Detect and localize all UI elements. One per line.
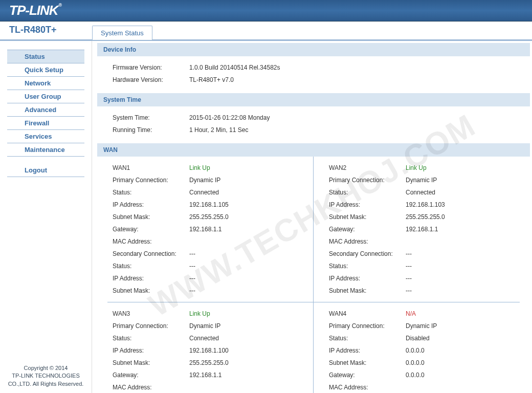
sidebar-item-user-group[interactable]: User Group (7, 90, 84, 103)
wan-label: Gateway: (113, 372, 189, 379)
wan-value: --- (406, 275, 530, 282)
wan-label: Status: (329, 189, 406, 196)
wan-row: Status:--- (314, 260, 530, 272)
sidebar-item-advanced[interactable]: Advanced (7, 103, 84, 117)
row-hardware: Hardware Version: TL-R480T+ v7.0 (97, 74, 530, 86)
sidebar-item-services[interactable]: Services (7, 130, 84, 143)
wan-value: Connected (189, 335, 313, 342)
wan-row: IP Address:0.0.0.0 (314, 344, 530, 357)
wan-label: WAN1 (113, 164, 189, 171)
wan-value: --- (189, 275, 313, 282)
wan-label: MAC Address: (329, 384, 406, 391)
wan-row: IP Address:192.168.1.103 (314, 199, 530, 211)
wan-value: --- (406, 250, 530, 257)
wan-row: Status:Connected (97, 186, 313, 199)
wan-value: 192.168.1.100 (189, 347, 313, 354)
wan-value: 192.168.1.105 (189, 201, 313, 208)
wan-label: Subnet Mask: (113, 287, 189, 294)
wan-row: WAN4N/A (314, 308, 530, 320)
copyright-footer: Copyright © 2014 TP-LINK TECHNOLOGIES CO… (0, 359, 92, 393)
copyright-line1: Copyright © 2014 (3, 364, 88, 372)
wan-label: Subnet Mask: (329, 287, 406, 294)
wan-row: MAC Address: (97, 381, 313, 393)
wan-label: Subnet Mask: (113, 359, 189, 366)
wan-value: --- (406, 287, 530, 294)
wan-label: Gateway: (329, 226, 406, 233)
device-model: TL-R480T+ (0, 21, 92, 39)
wan-label: Status: (329, 263, 406, 270)
wan-value: 0.0.0.0 (406, 372, 530, 379)
label-hardware: Hardware Version: (113, 76, 189, 83)
sidebar: Status Quick Setup Network User Group Ad… (0, 41, 92, 393)
wan-row: Status:Disabled (314, 332, 530, 344)
wan-row: Status:--- (97, 260, 313, 272)
wan-row: Primary Connection:Dynamic IP (97, 320, 313, 332)
wan-row: Status:Connected (314, 186, 530, 199)
wan-row: Secondary Connection:--- (314, 248, 530, 260)
wan-label: Primary Connection: (113, 322, 189, 330)
wan-label: MAC Address: (329, 238, 406, 245)
wan-value: Connected (406, 189, 530, 196)
wan-row: Subnet Mask:--- (97, 285, 313, 297)
wan-row: IP Address:--- (97, 272, 313, 285)
wan-row: Gateway:192.168.1.1 (314, 223, 530, 235)
wan-label: Status: (329, 335, 406, 342)
wan-row: WAN1Link Up (97, 162, 313, 174)
wan-cell-wan3: WAN3Link UpPrimary Connection:Dynamic IP… (97, 302, 314, 393)
row-system-time: System Time: 2015-01-26 01:22:08 Monday (97, 112, 530, 124)
wan-row: Gateway:192.168.1.1 (97, 223, 313, 235)
wan-value (406, 384, 530, 391)
wan-row: IP Address:--- (314, 272, 530, 285)
wan-row: Secondary Connection:--- (97, 248, 313, 260)
wan-value: N/A (406, 310, 530, 317)
wan-label: IP Address: (113, 275, 189, 282)
sidebar-item-quick-setup[interactable]: Quick Setup (7, 63, 84, 77)
wan-label: Status: (113, 335, 189, 342)
wan-label: Subnet Mask: (329, 359, 406, 366)
sidebar-item-status[interactable]: Status (7, 50, 84, 63)
tab-system-status[interactable]: System Status (92, 26, 152, 40)
wan-label: Secondary Connection: (329, 250, 406, 257)
copyright-line3: CO.,LTD. All Rights Reserved. (3, 380, 88, 388)
wan-value: Connected (189, 189, 313, 196)
row-running-time: Running Time: 1 Hour, 2 Min, 11 Sec (97, 124, 530, 136)
wan-row: MAC Address: (314, 235, 530, 248)
wan-row: Primary Connection:Dynamic IP (97, 174, 313, 186)
wan-value: 192.168.1.1 (406, 226, 530, 233)
wan-label: WAN4 (329, 310, 406, 317)
wan-row: Primary Connection:Dynamic IP (314, 320, 530, 332)
wan-value: Link Up (189, 310, 313, 317)
value-firmware: 1.0.0 Build 20140514 Rel.34582s (189, 64, 530, 71)
wan-value (406, 238, 530, 245)
brand-logo: TP-LINK® (9, 3, 61, 18)
wan-value: 255.255.255.0 (406, 213, 530, 221)
wan-row: Subnet Mask:255.255.255.0 (314, 211, 530, 223)
sidebar-nav: Status Quick Setup Network User Group Ad… (0, 50, 92, 359)
wan-value: Dynamic IP (189, 177, 313, 184)
wan-row: Status:Connected (97, 332, 313, 344)
wan-label: Primary Connection: (113, 177, 189, 184)
wan-value: --- (189, 250, 313, 257)
wan-row: Primary Connection:Dynamic IP (314, 174, 530, 186)
wan-row: Gateway:0.0.0.0 (314, 369, 530, 381)
wan-row: Gateway:192.168.1.1 (97, 369, 313, 381)
wan-row: Subnet Mask:255.255.255.0 (97, 357, 313, 369)
sidebar-item-logout[interactable]: Logout (7, 164, 84, 177)
wan-value: 192.168.1.103 (406, 201, 530, 208)
wan-label: MAC Address: (113, 238, 189, 245)
wan-label: Primary Connection: (329, 177, 406, 184)
sidebar-item-network[interactable]: Network (7, 77, 84, 90)
sidebar-item-maintenance[interactable]: Maintenance (7, 143, 84, 157)
wan-label: IP Address: (113, 347, 189, 354)
wan-label: Secondary Connection: (113, 250, 189, 257)
sidebar-item-firewall[interactable]: Firewall (7, 117, 84, 130)
copyright-line2: TP-LINK TECHNOLOGIES (3, 372, 88, 380)
main-content: WWW.TECHKHOJ.COM Device Info Firmware Ve… (92, 41, 532, 393)
wan-row: Subnet Mask:--- (314, 285, 530, 297)
wan-label: IP Address: (329, 347, 406, 354)
wan-value: 192.168.1.1 (189, 372, 313, 379)
top-bar: TL-R480T+ System Status (0, 21, 532, 41)
wan-row: Subnet Mask:255.255.255.0 (97, 211, 313, 223)
wan-value: 0.0.0.0 (406, 347, 530, 354)
section-system-time: System Time (97, 93, 530, 106)
